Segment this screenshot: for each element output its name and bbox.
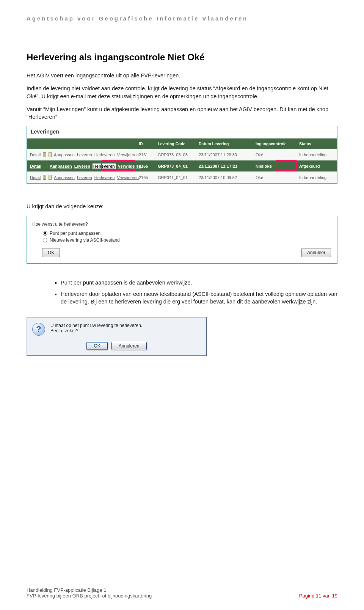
cell-date: 23/11/2007 11:17:21 <box>199 164 256 168</box>
cell-date: 23/11/2007 11:26:30 <box>199 152 256 157</box>
doc-icon[interactable] <box>43 152 46 157</box>
radio-option-2[interactable]: Nieuwe levering via ASCII-bestand <box>43 237 332 243</box>
cancel-button[interactable]: Annuleren <box>111 342 147 350</box>
note-icon[interactable] <box>49 175 52 180</box>
radio-icon[interactable] <box>43 238 47 242</box>
cell-date: 23/11/2007 10:09:52 <box>199 175 256 180</box>
note-icon[interactable] <box>49 152 52 157</box>
aanpassen-link[interactable]: Aanpassen <box>54 175 75 180</box>
col-date: Datum Levering <box>199 141 256 146</box>
cell-code: GRP073_04_01 <box>158 164 199 168</box>
herleveren-link[interactable]: Herleveren <box>93 164 116 169</box>
detail-link[interactable]: Detail <box>30 175 41 180</box>
verwijderen-link[interactable]: Verwijderen <box>117 175 139 180</box>
cell-status: In behandeling <box>299 152 337 157</box>
note-icon[interactable] <box>47 164 47 168</box>
table-header-row: ID Levering Code Datum Levering Ingangsc… <box>27 138 337 149</box>
radio-label: Punt per punt aanpassen <box>50 231 100 236</box>
col-id: ID <box>139 141 158 146</box>
herleveren-choice-dialog: Hoe wenst u te herleveren? Punt per punt… <box>27 216 337 264</box>
cell-status: In behandeling <box>299 175 337 180</box>
verwijderen-link[interactable]: Verwijderen <box>117 152 139 157</box>
ok-button[interactable]: OK <box>42 248 60 257</box>
leveren-link[interactable]: Leveren <box>77 175 92 180</box>
intro-para-2: Indien de levering niet voldoet aan deze… <box>27 85 337 100</box>
cancel-button[interactable]: Annuleer <box>301 248 331 257</box>
table-row-highlighted: Detail Aanpassen Leveren Herleveren Verw… <box>27 160 337 172</box>
question-icon: ? <box>32 323 45 336</box>
col-status: Status <box>299 141 337 146</box>
detail-link[interactable]: Detail <box>30 164 41 168</box>
cell-ing: Oké <box>256 152 299 157</box>
confirm-dialog: ? U staat op het punt uw levering te her… <box>27 317 207 356</box>
aanpassen-link[interactable]: Aanpassen <box>50 164 72 168</box>
intro-para-3: Vanuit “Mijn Leveringen” kunt u de afgek… <box>27 105 337 121</box>
doc-icon[interactable] <box>43 175 46 180</box>
confirm-line-2: Bent u zeker? <box>50 328 142 333</box>
cell-id: 2165 <box>139 175 158 180</box>
cell-id: 2166 <box>139 164 158 168</box>
cell-ing: Niet oké <box>256 164 299 168</box>
col-ingangscontrole: Ingangscontrole <box>256 141 299 146</box>
table-row: Detail Aanpassen Leveren Herleveren Verw… <box>27 149 337 160</box>
herleveren-link[interactable]: Herleveren <box>94 152 115 157</box>
radio-icon[interactable] <box>43 231 47 236</box>
bullet-item: Punt per punt aanpassen is de aanbevolen… <box>61 279 337 286</box>
bullet-item: Herleveren door opladen van een nieuw te… <box>61 290 337 306</box>
choice-question: Hoe wenst u te herleveren? <box>32 222 332 227</box>
footer-line-2: FVP-levering bij een GRB project- of bij… <box>27 593 152 599</box>
page-footer: Handleiding FVP-applicatie Bijlage 1 FVP… <box>27 587 337 599</box>
page-header: Agentschap voor Geografische Informatie … <box>27 15 337 22</box>
cell-status: Afgekeurd <box>299 164 337 168</box>
choice-intro: U krijgt dan de volgende keuze: <box>27 203 337 210</box>
radio-option-1[interactable]: Punt per punt aanpassen <box>43 231 332 236</box>
bullet-list: Punt per punt aanpassen is de aanbevolen… <box>61 279 337 306</box>
table-row: Detail Aanpassen Leveren Herleveren Verw… <box>27 172 337 183</box>
leveringen-title: Leveringen <box>27 126 337 138</box>
detail-link[interactable]: Detail <box>30 152 41 157</box>
intro-para-1: Het AGIV voert een ingangscontrole uit o… <box>27 72 337 79</box>
verwijderen-link[interactable]: Verwijderen <box>118 164 141 168</box>
page-number: Pagina 11 van 19 <box>299 593 337 599</box>
cell-code: GRP041_04_01 <box>158 175 199 180</box>
aanpassen-link[interactable]: Aanpassen <box>54 152 75 157</box>
cell-ing: Oké <box>256 175 299 180</box>
footer-line-1: Handleiding FVP-applicatie Bijlage 1 <box>27 587 337 593</box>
cell-code: GRP073_05_03 <box>158 152 199 157</box>
confirm-text: U staat op het punt uw levering te herle… <box>50 323 142 333</box>
leveren-link[interactable]: Leveren <box>77 152 92 157</box>
ok-button[interactable]: OK <box>86 342 107 350</box>
cell-id: 2161 <box>139 152 158 157</box>
doc-icon[interactable] <box>44 164 44 168</box>
page-title: Herlevering als ingangscontrole Niet Oké <box>27 52 337 63</box>
col-code: Levering Code <box>158 141 199 146</box>
radio-label: Nieuwe levering via ASCII-bestand <box>50 237 120 243</box>
herleveren-link[interactable]: Herleveren <box>94 175 115 180</box>
leveren-link[interactable]: Leveren <box>74 164 90 168</box>
confirm-line-1: U staat op het punt uw levering te herle… <box>50 323 142 328</box>
leveringen-table-screenshot: Leveringen ID Levering Code Datum Leveri… <box>27 126 337 184</box>
